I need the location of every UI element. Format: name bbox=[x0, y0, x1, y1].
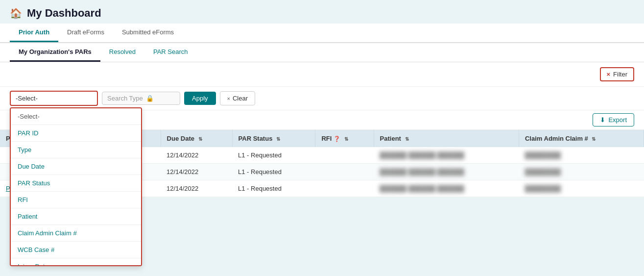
cell-par-status-2: L1 - Requested bbox=[232, 164, 315, 180]
lock-icon: 🔒 bbox=[146, 95, 154, 102]
sub-tabs: My Organization's PARs Resolved PAR Sear… bbox=[0, 43, 644, 62]
col-header-claim-admin: Claim Admin Claim # ⇅ bbox=[519, 130, 644, 147]
main-content: My Organization's PARs Resolved PAR Sear… bbox=[0, 43, 644, 197]
sub-tab-resolved[interactable]: Resolved bbox=[100, 43, 144, 62]
search-type-field: Search Type 🔒 bbox=[102, 92, 180, 105]
page-wrapper: 🏠 My Dashboard Prior Auth Draft eForms S… bbox=[0, 0, 644, 276]
sort-arrows-rfi[interactable]: ⇅ bbox=[344, 136, 348, 142]
col-header-par-status: PAR Status ⇅ bbox=[232, 130, 315, 147]
filter-button[interactable]: × Filter bbox=[600, 67, 634, 81]
export-icon: ⬇ bbox=[600, 116, 605, 124]
cell-due-date-3: 12/14/2022 bbox=[161, 180, 232, 197]
cell-rfi-1 bbox=[315, 147, 374, 164]
cell-rfi-3 bbox=[315, 180, 374, 197]
cell-claim-admin-1: ████████ bbox=[519, 147, 644, 164]
filter-label: Filter bbox=[613, 71, 627, 78]
home-icon: 🏠 bbox=[10, 7, 22, 19]
cell-due-date-2: 12/14/2022 bbox=[161, 164, 232, 180]
cell-par-status-1: L1 - Requested bbox=[232, 147, 315, 164]
dropdown-item-par-id[interactable]: PAR ID bbox=[11, 125, 141, 142]
cell-patient-3: ██████ ██████ ██████ bbox=[374, 180, 519, 197]
tab-submitted-eforms[interactable]: Submitted eForms bbox=[113, 24, 183, 42]
page-header: 🏠 My Dashboard bbox=[0, 0, 644, 24]
sort-arrows-par-status[interactable]: ⇅ bbox=[276, 136, 280, 142]
dropdown-item-par-status[interactable]: PAR Status bbox=[11, 175, 141, 192]
search-row: -Select- PAR ID Type Due Date PAR Status… bbox=[0, 87, 644, 110]
dropdown-container: -Select- PAR ID Type Due Date PAR Status… bbox=[10, 91, 98, 106]
sort-arrows-due-date[interactable]: ⇅ bbox=[198, 136, 202, 142]
apply-button[interactable]: Apply bbox=[184, 92, 216, 105]
col-header-rfi: RFI ❓ ⇅ bbox=[315, 130, 374, 147]
dropdown-item-wcb-case[interactable]: WCB Case # bbox=[11, 242, 141, 258]
export-button[interactable]: ⬇ Export bbox=[593, 113, 634, 126]
dropdown-item-due-date[interactable]: Due Date bbox=[11, 158, 141, 175]
rfi-help-icon[interactable]: ❓ bbox=[334, 136, 340, 142]
tab-prior-auth[interactable]: Prior Auth bbox=[10, 24, 58, 42]
dropdown-item-rfi[interactable]: RFI bbox=[11, 192, 141, 208]
cell-patient-2: ██████ ██████ ██████ bbox=[374, 164, 519, 180]
sub-tab-par-search[interactable]: PAR Search bbox=[144, 43, 197, 62]
cell-due-date-1: 12/14/2022 bbox=[161, 147, 232, 164]
dropdown-menu-inner: -Select- PAR ID Type Due Date PAR Status… bbox=[11, 108, 141, 265]
dropdown-item-patient[interactable]: Patient bbox=[11, 208, 141, 225]
clear-button[interactable]: × Clear bbox=[220, 91, 256, 105]
tab-draft-eforms[interactable]: Draft eForms bbox=[58, 24, 113, 42]
dropdown-item-select[interactable]: -Select- bbox=[11, 108, 141, 125]
export-label: Export bbox=[608, 116, 627, 124]
sort-arrows-patient[interactable]: ⇅ bbox=[405, 136, 409, 142]
cell-par-status-3: L1 - Requested bbox=[232, 180, 315, 197]
filter-x-icon: × bbox=[607, 71, 611, 78]
sort-arrows-claim-admin[interactable]: ⇅ bbox=[592, 136, 596, 142]
dropdown-item-type[interactable]: Type bbox=[11, 142, 141, 158]
col-header-due-date: Due Date ⇅ bbox=[161, 130, 232, 147]
dropdown-item-claim-admin[interactable]: Claim Admin Claim # bbox=[11, 225, 141, 242]
cell-claim-admin-3: ████████ bbox=[519, 180, 644, 197]
clear-x-icon: × bbox=[227, 96, 230, 101]
cell-patient-1: ██████ ██████ ██████ bbox=[374, 147, 519, 164]
top-tabs: Prior Auth Draft eForms Submitted eForms bbox=[0, 24, 644, 43]
col-header-patient: Patient ⇅ bbox=[374, 130, 519, 147]
sub-tab-my-org-pars[interactable]: My Organization's PARs bbox=[10, 43, 100, 62]
dropdown-item-injury-date[interactable]: Injury Date bbox=[11, 258, 141, 265]
cell-rfi-2 bbox=[315, 164, 374, 180]
page-title: My Dashboard bbox=[27, 7, 101, 20]
filter-bar: × Filter bbox=[0, 62, 644, 87]
search-type-label: Search Type bbox=[107, 95, 143, 102]
clear-label: Clear bbox=[233, 95, 248, 102]
search-dropdown[interactable]: -Select- PAR ID Type Due Date PAR Status… bbox=[10, 91, 98, 106]
dropdown-menu: -Select- PAR ID Type Due Date PAR Status… bbox=[10, 107, 142, 266]
cell-claim-admin-2: ████████ bbox=[519, 164, 644, 180]
